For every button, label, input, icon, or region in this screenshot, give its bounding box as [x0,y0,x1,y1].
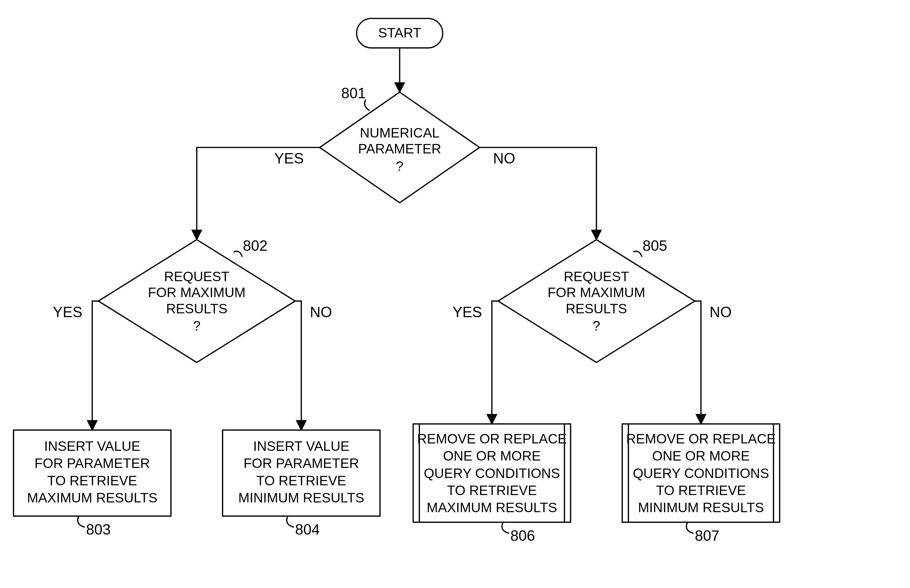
process-804: INSERT VALUE FOR PARAMETER TO RETRIEVE M… [223,430,380,516]
svg-text:TO RETRIEVE: TO RETRIEVE [47,473,137,488]
ref-804: 804 [295,521,320,538]
svg-text:FOR PARAMETER: FOR PARAMETER [34,456,150,471]
ref-806: 806 [510,528,535,544]
process-803: INSERT VALUE FOR PARAMETER TO RETRIEVE M… [14,430,171,516]
svg-text:FOR MAXIMUM: FOR MAXIMUM [148,285,246,300]
svg-text:ONE OR MORE: ONE OR MORE [652,449,750,464]
start-terminator: START [357,18,443,48]
leader-806 [502,522,509,533]
svg-text:FOR MAXIMUM: FOR MAXIMUM [548,285,646,300]
svg-text:TO RETRIEVE: TO RETRIEVE [447,483,537,498]
ref-807: 807 [695,528,719,544]
svg-text:QUERY CONDITIONS: QUERY CONDITIONS [633,466,769,481]
decision-801: NUMERICAL PARAMETER ? [320,92,479,203]
flowchart-canvas: START NUMERICAL PARAMETER ? 801 YES NO R… [0,0,910,588]
decision-805: REQUEST FOR MAXIMUM RESULTS ? [498,239,695,362]
leader-802 [233,251,242,257]
leader-804 [287,516,294,527]
svg-text:REMOVE OR REPLACE: REMOVE OR REPLACE [626,431,776,446]
decision-802: REQUEST FOR MAXIMUM RESULTS ? [98,239,295,362]
label-805-no: NO [709,304,732,320]
process-806: REMOVE OR REPLACE ONE OR MORE QUERY COND… [413,424,570,522]
connector-802-803 [92,301,98,430]
svg-text:MINIMUM RESULTS: MINIMUM RESULTS [238,490,364,506]
start-label: START [378,25,421,40]
leader-805 [633,251,642,257]
svg-text:?: ? [593,318,600,333]
svg-text:TO RETRIEVE: TO RETRIEVE [656,483,746,498]
label-801-no: NO [493,150,515,167]
svg-text:MAXIMUM RESULTS: MAXIMUM RESULTS [27,490,157,506]
ref-803: 803 [86,521,111,538]
svg-text:RESULTS: RESULTS [566,301,627,316]
svg-text:MINIMUM RESULTS: MINIMUM RESULTS [638,500,764,515]
leader-803 [78,516,85,527]
ref-802: 802 [243,237,267,254]
svg-text:NUMERICAL: NUMERICAL [360,125,440,141]
svg-text:?: ? [193,318,201,333]
label-802-yes: YES [53,304,83,320]
svg-text:RESULTS: RESULTS [166,301,227,316]
svg-text:INSERT VALUE: INSERT VALUE [253,439,349,454]
connector-805-807 [695,301,701,424]
svg-text:REMOVE OR REPLACE: REMOVE OR REPLACE [417,431,567,446]
svg-text:PARAMETER: PARAMETER [358,141,441,157]
ref-801: 801 [341,85,366,102]
connector-802-804 [295,301,301,430]
svg-text:QUERY CONDITIONS: QUERY CONDITIONS [424,466,560,481]
ref-805: 805 [643,237,667,254]
svg-text:MAXIMUM RESULTS: MAXIMUM RESULTS [427,500,557,515]
process-807: REMOVE OR REPLACE ONE OR MORE QUERY COND… [622,424,779,522]
label-801-yes: YES [274,150,304,167]
leader-807 [687,522,693,533]
svg-text:REQUEST: REQUEST [164,269,230,284]
svg-text:TO RETRIEVE: TO RETRIEVE [256,473,347,488]
svg-text:REQUEST: REQUEST [563,269,629,284]
svg-text:ONE OR MORE: ONE OR MORE [443,449,541,464]
svg-text:INSERT VALUE: INSERT VALUE [44,439,140,454]
svg-text:FOR PARAMETER: FOR PARAMETER [244,456,359,471]
connector-805-806 [492,301,498,424]
svg-text:?: ? [396,159,403,174]
label-802-no: NO [310,304,332,320]
label-805-yes: YES [453,304,482,320]
